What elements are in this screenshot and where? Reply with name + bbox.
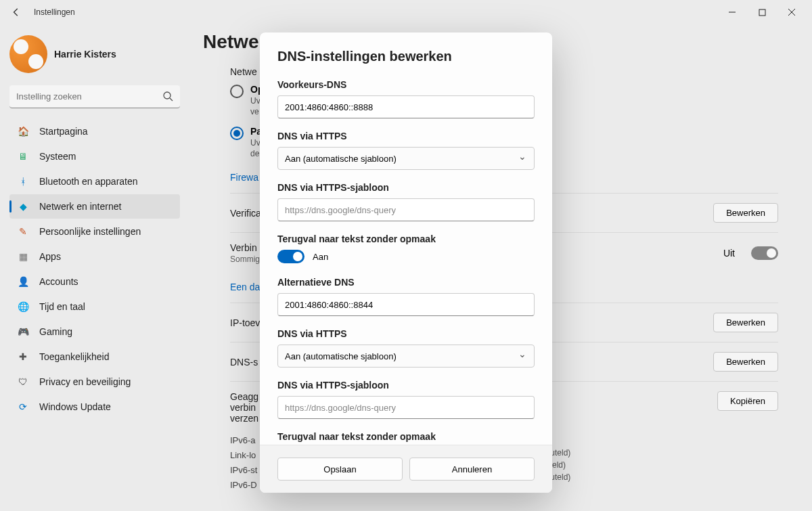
alternate-doh-select[interactable]: Aan (automatische sjabloon)	[277, 345, 535, 368]
preferred-dns-input[interactable]	[277, 95, 535, 118]
field-label: DNS via HTTPS-sjabloon	[277, 182, 535, 193]
preferred-doh-select[interactable]: Aan (automatische sjabloon)	[277, 147, 535, 170]
field-label: Voorkeurs-DNS	[277, 79, 535, 90]
preferred-template-input[interactable]	[277, 198, 535, 221]
preferred-fallback-toggle[interactable]	[277, 250, 304, 263]
toggle-state: Aan	[313, 252, 328, 262]
dns-settings-dialog: DNS-instellingen bewerken Voorkeurs-DNS …	[260, 32, 552, 493]
save-button[interactable]: Opslaan	[277, 458, 403, 481]
field-label: DNS via HTTPS-sjabloon	[277, 380, 535, 391]
field-label: Alternatieve DNS	[277, 277, 535, 288]
cancel-button[interactable]: Annuleren	[409, 458, 535, 481]
field-label: DNS via HTTPS	[277, 328, 535, 339]
alternate-template-input[interactable]	[277, 396, 535, 419]
field-label: DNS via HTTPS	[277, 131, 535, 141]
field-label: Terugval naar tekst zonder opmaak	[277, 431, 535, 442]
modal-overlay: DNS-instellingen bewerken Voorkeurs-DNS …	[0, 0, 812, 511]
alternate-dns-input[interactable]	[277, 293, 535, 316]
field-label: Terugval naar tekst zonder opmaak	[277, 234, 535, 244]
dialog-title: DNS-instellingen bewerken	[277, 49, 535, 64]
